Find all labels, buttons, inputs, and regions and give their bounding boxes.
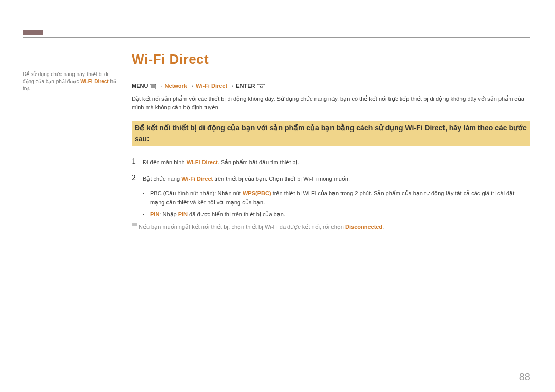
step-post: trên thiết bị của bạn. Chọn thiết bị Wi-… [213,176,350,182]
step-post: . Sản phẩm bắt đầu tìm thiết bị. [218,159,299,165]
step-body: Bật chức năng Wi-Fi Direct trên thiết bị… [143,173,350,183]
bullet-text: PIN: Nhập PIN đã được hiển thị trên thiế… [150,210,285,219]
accent-bar [23,30,43,35]
breadcrumb-enter: ENTER [236,83,255,89]
highlight-heading: Để kết nối thiết bị di động của bạn với … [132,121,530,146]
note-text: Nếu bạn muốn ngắt kết nối thiết bị, chọn… [139,222,384,231]
bullet-highlight: WPS(PBC) [243,190,271,196]
breadcrumb-wifi: Wi-Fi Direct [196,83,227,89]
step-number: 2 [132,173,143,182]
breadcrumb-network: Network [165,83,187,89]
intro-text: Đặt kết nối sản phẩm với các thiết bị di… [132,95,530,111]
step-body: Đi đến màn hình Wi-Fi Direct. Sản phẩm b… [143,157,299,167]
page-title: Wi-Fi Direct [132,51,530,67]
step-pre: Bật chức năng [143,176,181,182]
step-highlight: Wi-Fi Direct [187,159,218,165]
arrow2: → [189,83,196,89]
bullet-text: PBC (Cấu hình nút nhấn): Nhấn nút WPS(PB… [150,189,530,207]
bullet-pre: PBC (Cấu hình nút nhấn): Nhấn nút [150,190,243,196]
document-page: Để sử dụng chức năng này, thiết bị di độ… [0,0,555,392]
bullet-post: đã được hiển thị trên thiết bị của bạn. [188,211,285,217]
enter-icon [257,83,265,89]
bullet-list: · PBC (Cấu hình nút nhấn): Nhấn nút WPS(… [143,189,530,219]
bullet-item: · PIN: Nhập PIN đã được hiển thị trên th… [143,210,530,219]
sidebar-note: Để sử dụng chức năng này, thiết bị di độ… [23,71,118,92]
breadcrumb-menu: MENU [132,83,148,89]
main-content: Wi-Fi Direct MENU → Network → Wi-Fi Dire… [132,51,530,231]
bullet-highlight2: PIN [178,211,188,217]
arrow3: → [229,83,236,89]
page-number: 88 [519,371,530,383]
note-pre: Nếu bạn muốn ngắt kết nối thiết bị, chọn… [139,223,345,230]
note-dash-icon [132,222,139,231]
note-highlight: Disconnected [345,223,382,230]
step-number: 1 [132,157,143,166]
top-rule [23,37,530,38]
menu-icon [150,83,156,89]
step-2: 2 Bật chức năng Wi-Fi Direct trên thiết … [132,173,530,183]
bullet-dot: · [143,189,150,198]
breadcrumb: MENU → Network → Wi-Fi Direct → ENTER [132,83,530,89]
bullet-mid: : Nhập [159,211,178,217]
step-1: 1 Đi đến màn hình Wi-Fi Direct. Sản phẩm… [132,157,530,167]
note: Nếu bạn muốn ngắt kết nối thiết bị, chọn… [132,222,530,231]
sidebar-highlight: Wi-Fi Direct [80,79,108,84]
arrow1: → [158,83,165,89]
step-highlight: Wi-Fi Direct [181,176,213,182]
note-post: . [382,223,384,230]
bullet-highlight: PIN [150,211,159,217]
bullet-item: · PBC (Cấu hình nút nhấn): Nhấn nút WPS(… [143,189,530,207]
svg-rect-4 [257,84,265,89]
bullet-dot: · [143,210,150,219]
step-pre: Đi đến màn hình [143,159,187,165]
